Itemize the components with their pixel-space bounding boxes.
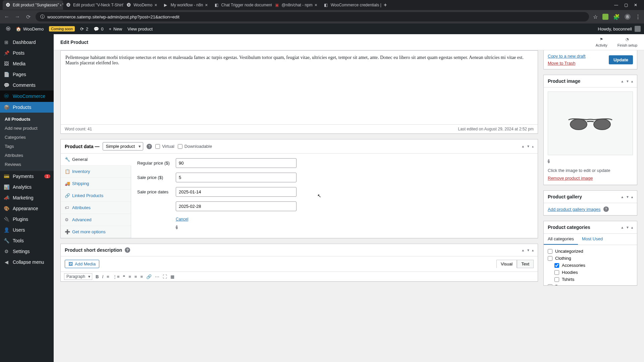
toolbar-toggle-button[interactable]: ▦ [170, 274, 174, 279]
align-right-button[interactable]: ≡ [140, 274, 143, 279]
bullet-list-button[interactable]: ≡ [107, 274, 109, 279]
browser-tab[interactable]: 🅦Edit product "Sunglasses" ‹ Wo× [3, 0, 63, 10]
tab-attributes[interactable]: 🏷Attributes [61, 202, 131, 214]
extensions-icon[interactable]: 🧩 [613, 14, 620, 20]
new-content[interactable]: +New [106, 23, 125, 34]
chevron-down-icon[interactable]: ▼ [527, 248, 530, 252]
category-clothing[interactable]: Clothing [548, 255, 633, 262]
tab-more-options[interactable]: ➕Get more options [61, 226, 131, 238]
category-tshirts[interactable]: Tshirts [548, 276, 633, 283]
browser-tab[interactable]: 🅦Edit product "V-Neck T-Shirt"× [63, 0, 123, 10]
menu-dashboard[interactable]: ⊞Dashboard [0, 37, 54, 48]
chevron-up-icon[interactable]: ▲ [621, 195, 624, 199]
chevron-up-icon[interactable]: ▲ [621, 226, 624, 229]
help-icon[interactable]: ? [603, 206, 609, 212]
browser-tab[interactable]: ▣@n8n/chat - npm× [272, 0, 321, 10]
tab-linked[interactable]: 🔗Linked Products [61, 190, 131, 202]
category-hoodies[interactable]: Hoodies [548, 269, 633, 276]
chevron-down-icon[interactable]: ▼ [626, 79, 629, 83]
extension-icon[interactable] [602, 14, 608, 20]
update-button[interactable]: Update [609, 55, 633, 64]
finish-setup-button[interactable]: ◔Finish setup [618, 37, 637, 47]
tab-general[interactable]: 🔧General [61, 154, 131, 166]
chevron-up-icon[interactable]: ▲ [621, 79, 624, 83]
profile-avatar[interactable]: B [625, 14, 631, 20]
howdy-text[interactable]: Howdy, boconnell [598, 26, 632, 32]
tab-advanced[interactable]: ⚙Advanced [61, 214, 131, 226]
submenu-categories[interactable]: Categories [0, 133, 54, 142]
help-icon[interactable]: ? [548, 159, 550, 163]
category-decor[interactable]: Decor [548, 283, 633, 285]
browser-tab[interactable]: ▶My workflow - n8n× [161, 0, 211, 10]
site-name[interactable]: 🏠WooDemo [13, 23, 46, 34]
caret-icon[interactable]: ▴ [532, 144, 534, 148]
help-icon[interactable]: ? [176, 225, 178, 229]
downloadable-checkbox[interactable]: Downloadable [178, 144, 212, 149]
address-bar[interactable]: ⓘ woocommerce.satemp.site/wp-admin/post.… [36, 12, 589, 21]
text-tab[interactable]: Text [517, 260, 534, 268]
link-button[interactable]: 🔗 [146, 274, 152, 279]
category-uncategorized[interactable]: Uncategorized [548, 248, 633, 255]
wp-logo[interactable]: ⓦ [3, 23, 13, 34]
regular-price-input[interactable] [176, 158, 297, 168]
user-avatar[interactable] [635, 26, 641, 32]
site-info-icon[interactable]: ⓘ [40, 14, 45, 20]
chevron-down-icon[interactable]: ▼ [527, 144, 530, 148]
menu-payments[interactable]: 💳Payments1 [0, 171, 54, 182]
collapse-menu[interactable]: ◀Collapse menu [0, 257, 54, 267]
submenu-add-product[interactable]: Add new product [0, 124, 54, 133]
view-product[interactable]: View product [125, 23, 155, 34]
editor-content[interactable]: Pellentesque habitant morbi tristique se… [61, 51, 538, 124]
bold-button[interactable]: B [96, 274, 99, 279]
menu-media[interactable]: 🖼Media [0, 58, 54, 69]
copy-draft-link[interactable]: Copy to a new draft [548, 54, 586, 59]
back-button[interactable]: ← [3, 14, 10, 20]
menu-pages[interactable]: 📄Pages [0, 69, 54, 80]
submenu-reviews[interactable]: Reviews [0, 160, 54, 169]
cancel-schedule-link[interactable]: Cancel [176, 217, 188, 222]
comments-link[interactable]: 💬0 [91, 23, 106, 34]
submenu-attributes[interactable]: Attributes [0, 151, 54, 160]
quote-button[interactable]: ❝ [123, 274, 125, 279]
product-image-thumbnail[interactable] [548, 92, 633, 155]
italic-button[interactable]: I [102, 274, 103, 279]
chevron-down-icon[interactable]: ▼ [626, 195, 629, 199]
submenu-tags[interactable]: Tags [0, 142, 54, 151]
product-type-select[interactable]: Simple product [103, 142, 143, 150]
browser-tab[interactable]: 🅦WooDemo× [123, 0, 161, 10]
menu-tools[interactable]: 🔧Tools [0, 235, 54, 246]
all-categories-tab[interactable]: All categories [544, 234, 578, 245]
close-window-icon[interactable]: ✕ [634, 3, 637, 7]
forward-button[interactable]: → [14, 14, 21, 20]
activity-button[interactable]: ⚑Activity [596, 37, 607, 47]
menu-marketing[interactable]: 📣Marketing [0, 192, 54, 203]
browser-tab[interactable]: ◧WooCommerce credentials | n× [321, 0, 381, 10]
menu-icon[interactable]: ⋮ [635, 14, 641, 20]
fullscreen-button[interactable]: ⛶ [163, 274, 167, 279]
tab-shipping[interactable]: 🚚Shipping [61, 178, 131, 190]
caret-icon[interactable]: ▴ [631, 79, 633, 83]
updates-link[interactable]: ⟳2 [77, 23, 91, 34]
align-center-button[interactable]: ≡ [135, 274, 137, 279]
caret-icon[interactable]: ▴ [532, 248, 534, 252]
menu-appearance[interactable]: 🎨Appearance [0, 203, 54, 214]
new-tab-button[interactable]: + [381, 2, 389, 8]
menu-plugins[interactable]: 🔌Plugins [0, 214, 54, 225]
browser-tab[interactable]: ◧Chat Trigger node documentat× [211, 0, 272, 10]
reload-button[interactable]: ⟳ [25, 14, 32, 20]
menu-posts[interactable]: 📌Posts [0, 48, 54, 58]
remove-image-link[interactable]: Remove product image [548, 176, 633, 181]
caret-icon[interactable]: ▴ [631, 195, 633, 199]
sale-date-from-input[interactable] [176, 187, 297, 197]
menu-settings[interactable]: ⚙Settings [0, 246, 54, 257]
menu-products[interactable]: 📦Products [0, 102, 54, 113]
menu-comments[interactable]: 💬Comments [0, 80, 54, 90]
caret-icon[interactable]: ▴ [631, 226, 633, 229]
sale-price-input[interactable] [176, 173, 297, 182]
minimize-icon[interactable]: — [614, 3, 618, 7]
most-used-tab[interactable]: Most Used [578, 234, 607, 245]
maximize-icon[interactable]: ▢ [624, 3, 628, 7]
bookmark-icon[interactable]: ☆ [593, 14, 598, 20]
close-icon[interactable]: × [205, 2, 208, 8]
add-gallery-link[interactable]: Add product gallery images [548, 207, 601, 212]
